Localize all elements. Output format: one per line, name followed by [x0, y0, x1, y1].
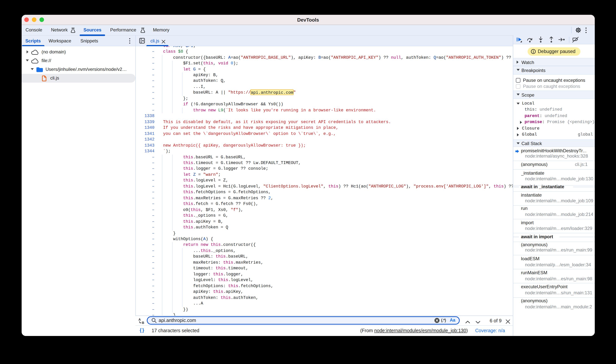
svg-text:A: A [139, 318, 141, 321]
svg-text:B: B [142, 321, 144, 324]
